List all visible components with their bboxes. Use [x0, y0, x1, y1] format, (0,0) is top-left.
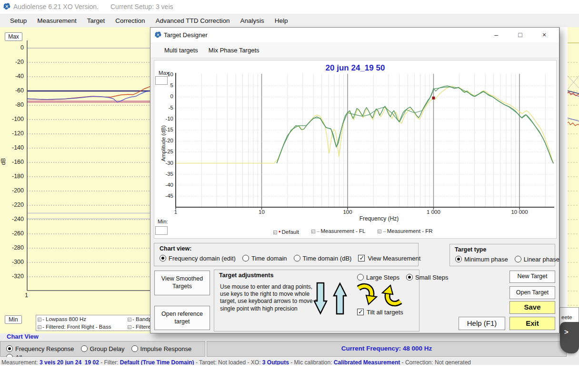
- menu-item-analysis[interactable]: Analysis: [235, 15, 269, 26]
- legend-item-label: - Filtere: [132, 324, 150, 330]
- main-chart-labels: 0-20-40-60-80-100-120-140-160-180-200-22…: [0, 27, 150, 333]
- main-ytick: -180: [3, 173, 24, 180]
- right-strip-canvas: [568, 27, 579, 333]
- main-ytick: -140: [3, 144, 24, 151]
- radio-option-frequency-domain-edit-[interactable]: Frequency domain (edit): [160, 255, 236, 262]
- view-measurement-checkbox[interactable]: View Measurement: [358, 255, 420, 262]
- menu-item-help[interactable]: Help: [270, 15, 293, 26]
- legend-checkbox-icon: ▿: [311, 230, 315, 233]
- min-label: Min:: [158, 219, 168, 224]
- step-size-options: Large StepsSmall Steps: [357, 273, 455, 281]
- panel-flyout-handle[interactable]: >: [560, 322, 579, 353]
- menu-item-advanced-ttd-correction[interactable]: Advanced TTD Correction: [150, 15, 235, 26]
- minimize-icon[interactable]: –: [485, 28, 507, 42]
- dialog-legend-item[interactable]: ▿–Measurement - FR: [378, 228, 432, 235]
- dialog-title: Target Designer: [164, 31, 208, 39]
- radio-option-large-steps[interactable]: Large Steps: [357, 274, 399, 281]
- dialog-titlebar[interactable]: Target Designer – □ ×: [150, 28, 559, 42]
- target-type-groupbox: Target type Minimum phaseLinear phase: [449, 244, 555, 266]
- target-adjustments-label: Target adjustments: [219, 272, 273, 279]
- radio-option-impulse-response[interactable]: Impulse Response: [131, 345, 192, 352]
- radio-option-small-steps[interactable]: Small Steps: [406, 274, 448, 281]
- main-ytick: -100: [3, 116, 24, 122]
- status-segment: - Correction: Not generated: [400, 359, 471, 365]
- legend-fragment-text: eete: [561, 314, 572, 320]
- checkbox-label: Tilt all targets: [367, 309, 403, 316]
- radio-option-frequency-response[interactable]: Frequency Response: [6, 345, 74, 352]
- chart-view-link[interactable]: Chart View: [7, 333, 39, 340]
- app-window: { "titlebar": {"title": "Audiolense 6.21…: [0, 0, 579, 392]
- tilt-all-targets-checkbox[interactable]: Tilt all targets: [357, 309, 403, 316]
- dialog-chart-panel[interactable]: 20 jun 24_19 50 Max: Min: Amplitude (dB)…: [154, 60, 557, 239]
- checkbox-icon: [357, 309, 364, 315]
- legend-item-label: - Bandp: [132, 316, 150, 322]
- radio-option-group-delay[interactable]: Group Delay: [81, 345, 125, 352]
- radio-label: Frequency domain (edit): [169, 255, 236, 262]
- checkbox-icon: [358, 255, 365, 261]
- radio-label: Linear phase: [524, 256, 559, 263]
- status-segment: Measurement:: [1, 359, 40, 365]
- tilt-all-targets-row[interactable]: Tilt all targets: [357, 309, 410, 316]
- dialog-legend-item[interactable]: ▿–Measurement - FL: [311, 228, 365, 235]
- checkbox-label: View Measurement: [368, 255, 420, 262]
- chart-view-options-panel: Frequency ResponseGroup DelayImpulse Res…: [0, 341, 205, 357]
- move-target-up-icon[interactable]: [333, 281, 347, 315]
- radio-option-time-domain[interactable]: Time domain: [242, 255, 287, 262]
- view-smoothed-targets-button[interactable]: View Smoothed Targets: [154, 271, 210, 295]
- legend-item: ▿- Filtered: Front Right - Bass: [38, 324, 111, 330]
- legend-marker-icon: ▿: [38, 318, 41, 322]
- legend-item-label: - Filtered: Front Right - Bass: [42, 324, 111, 330]
- main-ytick: -40: [3, 73, 24, 80]
- dialog-menu-multi-targets[interactable]: Multi targets: [159, 44, 203, 56]
- min-input[interactable]: [155, 226, 168, 235]
- main-chart-legend: ▿- Lowpass 800 Hz▿- Filtered: Front Righ…: [36, 315, 150, 331]
- main-ytick: -280: [3, 244, 24, 251]
- legend-marker-icon: •: [279, 228, 281, 235]
- menu-item-setup[interactable]: Setup: [5, 15, 32, 26]
- main-chart-panel: 0-20-40-60-80-100-120-140-160-180-200-22…: [0, 27, 150, 333]
- app-titlebar: Audiolense 6.21 XO Version. Current Setu…: [0, 0, 579, 14]
- save-button[interactable]: Save: [509, 301, 555, 314]
- main-ytick: -200: [3, 187, 24, 194]
- maximize-icon[interactable]: □: [509, 28, 531, 42]
- dialog-menu-mix-phase-targets[interactable]: Mix Phase Targets: [203, 44, 265, 56]
- legend-item: ▿- Lowpass 800 Hz: [38, 316, 86, 322]
- radio-icon: [160, 255, 166, 261]
- tilt-down-icon[interactable]: [356, 282, 378, 309]
- main-ytick: -320: [3, 273, 24, 280]
- menu-item-target[interactable]: Target: [82, 15, 110, 26]
- exit-button[interactable]: Exit: [509, 317, 555, 330]
- main-max-button[interactable]: Max: [5, 32, 22, 41]
- dialog-ytick: 10: [159, 71, 173, 77]
- current-frequency-panel: Current Frequency: 48 000 Hz: [207, 341, 567, 357]
- new-target-button[interactable]: New Target: [509, 271, 555, 283]
- dialog-chart-view-options: Frequency domain (edit)Time domainTime d…: [160, 254, 427, 262]
- radio-label: Large Steps: [366, 274, 399, 281]
- menu-item-correction[interactable]: Correction: [110, 15, 150, 26]
- dialog-xtick: 1: [161, 209, 190, 215]
- move-target-down-icon[interactable]: [313, 282, 328, 316]
- help-button[interactable]: Help (F1): [459, 317, 505, 330]
- open-reference-target-button[interactable]: Open reference target: [154, 306, 210, 330]
- main-ytick: -20: [3, 59, 24, 65]
- close-icon[interactable]: ×: [533, 28, 555, 42]
- open-target-button[interactable]: Open Target: [509, 286, 555, 299]
- dialog-chart-legend: ▿•Default▿–Measurement - FL▿–Measurement…: [273, 228, 502, 235]
- radio-option-time-domain-db-[interactable]: Time domain (dB): [294, 255, 352, 262]
- dialog-ytick: -45: [159, 193, 173, 199]
- main-min-button[interactable]: Min: [5, 315, 22, 324]
- dialog-legend-item[interactable]: ▿•Default: [273, 228, 299, 235]
- main-menubar: SetupMeasurementTargetCorrectionAdvanced…: [0, 14, 579, 27]
- chart-view-group-label: Chart view:: [160, 245, 191, 252]
- audiolense-logo-icon: [3, 2, 11, 10]
- dialog-ytick: -25: [159, 149, 173, 154]
- tilt-up-icon[interactable]: [381, 281, 403, 307]
- legend-marker-icon: ▿: [128, 325, 131, 329]
- radio-option-minimum-phase[interactable]: Minimum phase: [455, 256, 508, 263]
- status-segment: - Target: Not loaded - XO:: [194, 359, 262, 365]
- radio-option-linear-phase[interactable]: Linear phase: [515, 256, 559, 263]
- dialog-xtick: 1 000: [419, 209, 448, 215]
- radio-icon: [406, 274, 413, 281]
- dialog-xtick: 100: [333, 209, 362, 215]
- menu-item-measurement[interactable]: Measurement: [32, 15, 82, 26]
